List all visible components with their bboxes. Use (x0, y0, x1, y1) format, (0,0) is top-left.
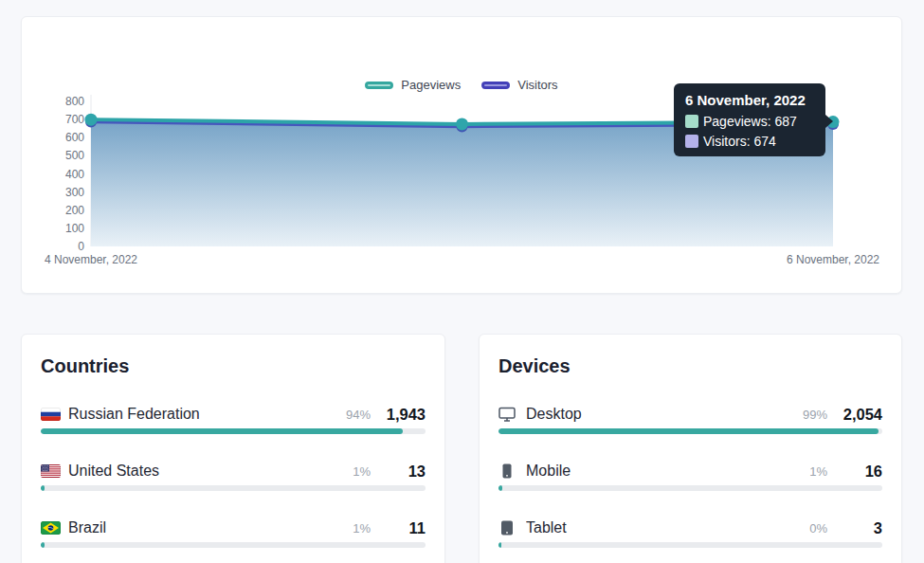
country-bar-fill (41, 428, 403, 434)
device-percent: 1% (809, 464, 827, 479)
country-percent: 1% (353, 464, 371, 479)
device-value: 16 (839, 463, 882, 481)
tooltip-visitors-swatch-icon (685, 135, 698, 148)
device-row-desktop[interactable]: Desktop 99% 2,054 (498, 405, 882, 434)
country-bar-fill (41, 485, 45, 491)
y-axis-tick: 300 (65, 186, 84, 199)
device-bar-fill (498, 485, 502, 491)
desktop-icon (498, 407, 519, 422)
device-bar-track (498, 485, 882, 491)
countries-card: Countries Russian Federation 94% 1,943 (21, 334, 445, 563)
countries-title: Countries (41, 355, 426, 376)
brazil-flag-icon (41, 521, 62, 535)
country-percent: 94% (346, 408, 371, 422)
y-axis-tick: 600 (65, 131, 84, 144)
devices-card: Devices Desktop 99% 2,054 (479, 334, 902, 563)
device-bar-fill (498, 428, 879, 434)
tooltip-visitors-text: Visitors: 674 (703, 134, 776, 149)
y-axis-tick: 0 (78, 240, 84, 253)
pageviews-data-point[interactable] (456, 118, 468, 130)
country-bar-track (41, 542, 426, 548)
country-bar-track (41, 428, 426, 434)
tooltip-pageviews-row: Pageviews: 687 (685, 114, 814, 129)
device-bar-track (498, 428, 882, 434)
device-row-tablet[interactable]: Tablet 0% 3 (498, 518, 882, 548)
x-axis-label-start: 4 November, 2022 (45, 253, 137, 266)
y-axis-tick: 400 (65, 168, 84, 181)
device-label: Desktop (526, 406, 803, 423)
country-percent: 1% (353, 521, 371, 536)
y-axis-tick: 700 (65, 113, 84, 126)
pageviews-data-point[interactable] (85, 114, 98, 126)
tooltip-pageviews-text: Pageviews: 687 (703, 114, 797, 129)
y-axis-tick: 800 (65, 95, 84, 108)
y-axis-tick: 500 (65, 149, 84, 162)
country-bar-track (41, 485, 426, 491)
device-label: Tablet (526, 519, 809, 536)
device-bar-fill (498, 542, 501, 548)
device-value: 2,054 (839, 406, 882, 424)
device-row-mobile[interactable]: Mobile 1% 16 (498, 462, 882, 491)
country-label: Brazil (68, 519, 353, 536)
device-percent: 99% (803, 408, 827, 422)
us-flag-icon (41, 464, 62, 478)
country-row-russian-federation[interactable]: Russian Federation 94% 1,943 (41, 405, 426, 434)
traffic-chart-card: Pageviews Visitors 800700600500400300200… (21, 16, 902, 294)
visitors-legend-swatch-icon (481, 82, 510, 89)
device-bar-track (498, 542, 882, 548)
country-value: 13 (382, 463, 426, 481)
chart-tooltip: 6 November, 2022 Pageviews: 687 Visitors… (674, 83, 825, 156)
russia-flag-icon (41, 408, 62, 421)
country-bar-fill (41, 542, 45, 548)
device-percent: 0% (809, 521, 827, 536)
country-row-united-states[interactable]: United States 1% 13 (41, 462, 426, 491)
legend-label-pageviews: Pageviews (401, 78, 461, 92)
legend-label-visitors: Visitors (517, 78, 557, 92)
x-axis-label-end: 6 November, 2022 (787, 253, 879, 266)
country-label: United States (68, 463, 353, 480)
tooltip-pageviews-swatch-icon (685, 115, 698, 128)
tablet-icon (498, 520, 519, 536)
country-value: 11 (382, 519, 426, 537)
legend-item-visitors[interactable]: Visitors (481, 78, 557, 92)
country-value: 1,943 (382, 406, 426, 424)
y-axis-tick: 200 (65, 204, 84, 217)
pageviews-legend-swatch-icon (365, 82, 393, 89)
device-label: Mobile (526, 463, 809, 480)
tooltip-visitors-row: Visitors: 674 (685, 134, 814, 149)
device-value: 3 (839, 519, 882, 537)
country-label: Russian Federation (68, 406, 346, 423)
country-row-brazil[interactable]: Brazil 1% 11 (41, 518, 426, 548)
legend-item-pageviews[interactable]: Pageviews (365, 78, 461, 92)
devices-title: Devices (498, 355, 882, 376)
mobile-icon (498, 463, 519, 479)
y-axis-tick: 100 (65, 222, 84, 235)
tooltip-date: 6 November, 2022 (685, 92, 814, 108)
